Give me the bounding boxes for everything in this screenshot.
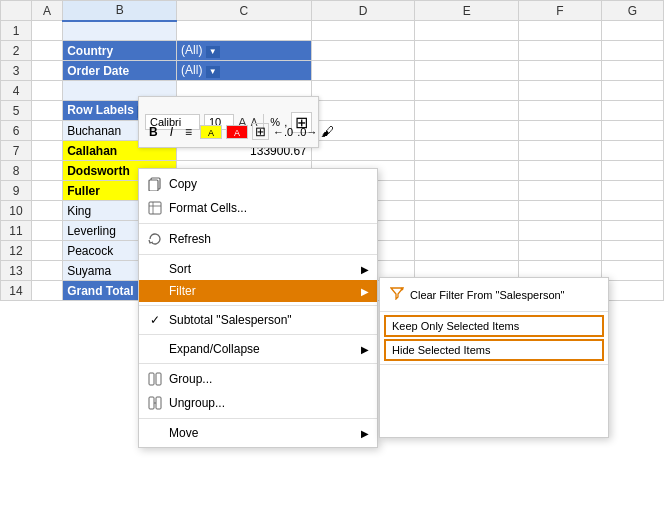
col-c-header[interactable]: C <box>177 1 312 21</box>
cell-e2[interactable] <box>415 41 519 61</box>
cell-f7[interactable] <box>518 141 601 161</box>
menu-item-ungroup[interactable]: Ungroup... <box>139 391 377 415</box>
cell-g7[interactable] <box>601 141 663 161</box>
cell-e12[interactable] <box>415 241 519 261</box>
cell-c1[interactable] <box>177 21 312 41</box>
menu-item-copy[interactable]: Copy <box>139 172 377 196</box>
cell-g9[interactable] <box>601 181 663 201</box>
cell-g5[interactable] <box>601 101 663 121</box>
decimal-dec-btn[interactable]: .0→ <box>297 126 317 138</box>
cell-g13[interactable] <box>601 261 663 281</box>
menu-sep6 <box>139 418 377 419</box>
cell-e6[interactable] <box>415 121 519 141</box>
cell-f6[interactable] <box>518 121 601 141</box>
submenu-item-hide-selected[interactable]: Hide Selected Items <box>384 339 604 361</box>
align-btn[interactable]: ≡ <box>181 124 196 140</box>
cell-d4[interactable] <box>311 81 415 101</box>
cell-a6[interactable] <box>32 121 63 141</box>
menu-item-subtotal[interactable]: ✓ Subtotal "Salesperson" <box>139 309 377 331</box>
cell-a10[interactable] <box>32 201 63 221</box>
cell-f2[interactable] <box>518 41 601 61</box>
cell-a2[interactable] <box>32 41 63 61</box>
menu-item-format-cells[interactable]: Format Cells... <box>139 196 377 220</box>
cell-c3[interactable]: (All) ▼ <box>177 61 312 81</box>
cell-e7[interactable] <box>415 141 519 161</box>
highlight-color-btn[interactable]: A <box>200 125 222 139</box>
cell-e5[interactable] <box>415 101 519 121</box>
submenu-item-keep-selected[interactable]: Keep Only Selected Items <box>384 315 604 337</box>
cell-g4[interactable] <box>601 81 663 101</box>
submenu-item-top10[interactable]: Top 10... <box>380 368 608 390</box>
cell-a1[interactable] <box>32 21 63 41</box>
col-b-header[interactable]: B <box>63 1 177 21</box>
col-e-header[interactable]: E <box>415 1 519 21</box>
paint-format-btn[interactable]: 🖌 <box>321 124 334 139</box>
cell-e4[interactable] <box>415 81 519 101</box>
cell-f4[interactable] <box>518 81 601 101</box>
cell-f11[interactable] <box>518 221 601 241</box>
cell-e11[interactable] <box>415 221 519 241</box>
cell-d5[interactable] <box>311 101 415 121</box>
italic-btn[interactable]: I <box>166 124 177 140</box>
cell-a3[interactable] <box>32 61 63 81</box>
submenu-item-clear-filter[interactable]: Clear Filter From "Salesperson" <box>380 281 608 308</box>
cell-a12[interactable] <box>32 241 63 261</box>
cell-a9[interactable] <box>32 181 63 201</box>
cell-e10[interactable] <box>415 201 519 221</box>
format-cells-icon <box>147 200 163 216</box>
cell-a7[interactable] <box>32 141 63 161</box>
cell-a5[interactable] <box>32 101 63 121</box>
cell-a11[interactable] <box>32 221 63 241</box>
cell-g2[interactable] <box>601 41 663 61</box>
cell-d3[interactable] <box>311 61 415 81</box>
menu-item-sort[interactable]: Sort ▶ <box>139 258 377 280</box>
cell-b1[interactable] <box>63 21 177 41</box>
cell-f5[interactable] <box>518 101 601 121</box>
cell-f12[interactable] <box>518 241 601 261</box>
font-color-btn[interactable]: A <box>226 125 248 139</box>
cell-f10[interactable] <box>518 201 601 221</box>
cell-e1[interactable] <box>415 21 519 41</box>
cell-f1[interactable] <box>518 21 601 41</box>
row-num: 5 <box>1 101 32 121</box>
submenu-item-label-filters[interactable]: Label Filters... <box>380 390 608 412</box>
col-f-header[interactable]: F <box>518 1 601 21</box>
cell-a8[interactable] <box>32 161 63 181</box>
cell-b3[interactable]: Order Date <box>63 61 177 81</box>
cell-a4[interactable] <box>32 81 63 101</box>
col-d-header[interactable]: D <box>311 1 415 21</box>
cell-g11[interactable] <box>601 221 663 241</box>
cell-b2[interactable]: Country <box>63 41 177 61</box>
cell-g12[interactable] <box>601 241 663 261</box>
cell-e9[interactable] <box>415 181 519 201</box>
cell-g14[interactable] <box>601 281 663 301</box>
cell-g8[interactable] <box>601 161 663 181</box>
cell-a14[interactable] <box>32 281 63 301</box>
menu-item-group[interactable]: Group... <box>139 367 377 391</box>
menu-item-refresh[interactable]: Refresh <box>139 227 377 251</box>
cell-d7[interactable] <box>311 141 415 161</box>
move-label: Move <box>169 426 198 440</box>
cell-g6[interactable] <box>601 121 663 141</box>
cell-e3[interactable] <box>415 61 519 81</box>
bold-btn[interactable]: B <box>145 124 162 140</box>
decimal-inc-btn[interactable]: ←.0 <box>273 126 293 138</box>
cell-e8[interactable] <box>415 161 519 181</box>
cell-a13[interactable] <box>32 261 63 281</box>
submenu-item-value-filters[interactable]: Value Filters... <box>380 412 608 434</box>
cell-g1[interactable] <box>601 21 663 41</box>
menu-item-move[interactable]: Move ▶ <box>139 422 377 444</box>
menu-item-expand[interactable]: Expand/Collapse ▶ <box>139 338 377 360</box>
menu-item-filter[interactable]: Filter ▶ Clear Filter From "Salesperson"… <box>139 280 377 302</box>
cell-f3[interactable] <box>518 61 601 81</box>
cell-f8[interactable] <box>518 161 601 181</box>
cell-c2[interactable]: (All) ▼ <box>177 41 312 61</box>
cell-g10[interactable] <box>601 201 663 221</box>
cell-d1[interactable] <box>311 21 415 41</box>
col-a-header[interactable]: A <box>32 1 63 21</box>
border-btn[interactable]: ⊞ <box>252 123 269 140</box>
cell-g3[interactable] <box>601 61 663 81</box>
cell-f9[interactable] <box>518 181 601 201</box>
cell-d2[interactable] <box>311 41 415 61</box>
col-g-header[interactable]: G <box>601 1 663 21</box>
